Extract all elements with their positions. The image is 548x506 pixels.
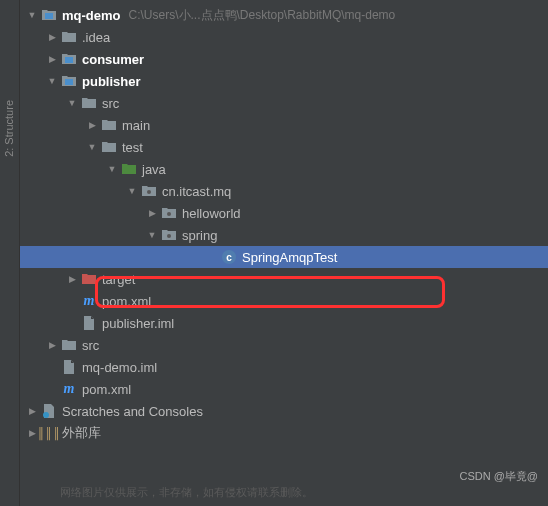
tree-label: mq-demo <box>62 8 121 23</box>
package-icon <box>140 183 158 199</box>
package-icon <box>160 205 178 221</box>
tree-node-scratches[interactable]: Scratches and Consoles <box>20 400 548 422</box>
module-folder-icon <box>60 51 78 67</box>
chevron-down-icon[interactable] <box>24 10 40 20</box>
chevron-down-icon[interactable] <box>84 142 100 152</box>
chevron-down-icon[interactable] <box>64 98 80 108</box>
scratches-icon <box>40 403 58 419</box>
tree-node-idea[interactable]: .idea <box>20 26 548 48</box>
tree-node-spring[interactable]: spring <box>20 224 548 246</box>
tree-label: SpringAmqpTest <box>242 250 337 265</box>
tree-node-pom2[interactable]: m pom.xml <box>20 378 548 400</box>
chevron-right-icon[interactable] <box>84 120 100 130</box>
svg-rect-2 <box>65 79 73 85</box>
tree-label: Scratches and Consoles <box>62 404 203 419</box>
tree-label: publisher.iml <box>102 316 174 331</box>
project-tree[interactable]: mq-demo C:\Users\小...点点鸭\Desktop\RabbitM… <box>20 0 548 444</box>
chevron-right-icon[interactable] <box>24 406 40 416</box>
tree-label: mq-demo.iml <box>82 360 157 375</box>
chevron-down-icon[interactable] <box>44 76 60 86</box>
chevron-right-icon[interactable] <box>44 54 60 64</box>
file-icon <box>60 359 78 375</box>
svg-rect-1 <box>65 57 73 63</box>
tree-node-src[interactable]: src <box>20 92 548 114</box>
tree-node-target[interactable]: target <box>20 268 548 290</box>
tree-label: helloworld <box>182 206 241 221</box>
watermark-secondary: 网络图片仅供展示，非存储，如有侵权请联系删除。 <box>60 485 313 500</box>
tree-label: pom.xml <box>102 294 151 309</box>
tree-node-pom[interactable]: m pom.xml <box>20 290 548 312</box>
module-folder-icon <box>60 73 78 89</box>
svg-rect-0 <box>45 13 53 19</box>
chevron-right-icon[interactable] <box>64 274 80 284</box>
tree-label: .idea <box>82 30 110 45</box>
file-icon <box>80 315 98 331</box>
module-folder-icon <box>40 7 58 23</box>
folder-icon <box>100 117 118 133</box>
tree-label: spring <box>182 228 217 243</box>
structure-tool-label[interactable]: 2: Structure <box>3 100 15 157</box>
tree-node-helloworld[interactable]: helloworld <box>20 202 548 224</box>
tree-node-publisher[interactable]: publisher <box>20 70 548 92</box>
tree-node-springamqptest[interactable]: SpringAmqpTest <box>20 246 548 268</box>
watermark: CSDN @毕竟@ <box>459 469 538 484</box>
tree-node-main[interactable]: main <box>20 114 548 136</box>
folder-icon <box>100 139 118 155</box>
tree-node-java[interactable]: java <box>20 158 548 180</box>
tree-label: src <box>82 338 99 353</box>
folder-icon <box>80 95 98 111</box>
tree-label: cn.itcast.mq <box>162 184 231 199</box>
chevron-right-icon[interactable] <box>44 340 60 350</box>
svg-point-5 <box>167 234 171 238</box>
maven-icon: m <box>60 381 78 397</box>
tree-label: pom.xml <box>82 382 131 397</box>
java-class-icon <box>220 249 238 265</box>
tree-label: 外部库 <box>62 424 101 442</box>
tree-node-consumer[interactable]: consumer <box>20 48 548 70</box>
tree-node-publisher-iml[interactable]: publisher.iml <box>20 312 548 334</box>
tree-node-mqdemo-iml[interactable]: mq-demo.iml <box>20 356 548 378</box>
tree-node-test[interactable]: test <box>20 136 548 158</box>
svg-point-4 <box>167 212 171 216</box>
chevron-down-icon[interactable] <box>124 186 140 196</box>
tree-label: target <box>102 272 135 287</box>
folder-icon <box>60 29 78 45</box>
test-source-folder-icon <box>120 161 138 177</box>
tree-label: src <box>102 96 119 111</box>
tree-label: consumer <box>82 52 144 67</box>
tree-node-package[interactable]: cn.itcast.mq <box>20 180 548 202</box>
folder-icon <box>60 337 78 353</box>
maven-icon: m <box>80 293 98 309</box>
tree-label: publisher <box>82 74 141 89</box>
path-hint: C:\Users\小...点点鸭\Desktop\RabbitMQ\mq-dem… <box>129 7 396 24</box>
svg-point-6 <box>43 412 49 418</box>
chevron-right-icon[interactable] <box>44 32 60 42</box>
tree-label: main <box>122 118 150 133</box>
chevron-right-icon[interactable] <box>144 208 160 218</box>
chevron-down-icon[interactable] <box>104 164 120 174</box>
tree-node-root[interactable]: mq-demo C:\Users\小...点点鸭\Desktop\RabbitM… <box>20 4 548 26</box>
chevron-down-icon[interactable] <box>144 230 160 240</box>
package-icon <box>160 227 178 243</box>
library-icon: ║║║ <box>40 425 58 441</box>
excluded-folder-icon <box>80 271 98 287</box>
svg-point-3 <box>147 190 151 194</box>
tree-label: java <box>142 162 166 177</box>
tree-node-src2[interactable]: src <box>20 334 548 356</box>
tree-label: test <box>122 140 143 155</box>
tree-node-external-libs[interactable]: ║║║ 外部库 <box>20 422 548 444</box>
